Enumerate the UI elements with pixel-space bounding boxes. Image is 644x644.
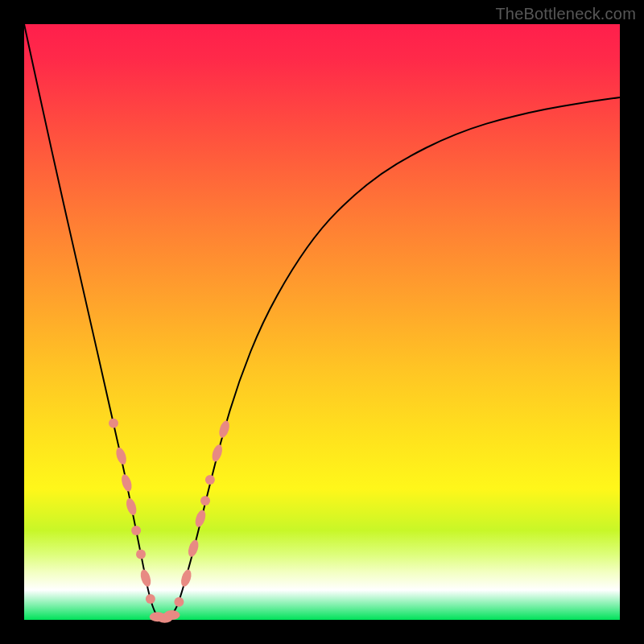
curve-marker xyxy=(146,594,155,604)
curve-marker xyxy=(109,419,118,428)
curve-marker xyxy=(120,473,134,493)
curve-marker xyxy=(174,597,184,607)
curve-marker xyxy=(131,526,141,535)
curve-marker xyxy=(125,497,138,516)
curve-marker xyxy=(114,446,128,465)
curve-marker xyxy=(187,539,200,558)
chart-svg xyxy=(24,24,620,620)
curve-marker xyxy=(217,419,231,439)
curve-marker xyxy=(193,509,207,528)
curve-marker xyxy=(205,475,215,485)
curve-marker xyxy=(136,550,146,559)
curve-marker xyxy=(138,568,152,588)
markers-group xyxy=(109,419,231,623)
curve-marker xyxy=(180,568,193,588)
curve-marker xyxy=(210,444,224,463)
curve-marker xyxy=(200,496,210,506)
watermark-text: TheBottleneck.com xyxy=(495,5,636,23)
bottleneck-curve xyxy=(24,24,620,620)
chart-frame xyxy=(24,24,620,620)
curve-marker xyxy=(164,610,180,620)
